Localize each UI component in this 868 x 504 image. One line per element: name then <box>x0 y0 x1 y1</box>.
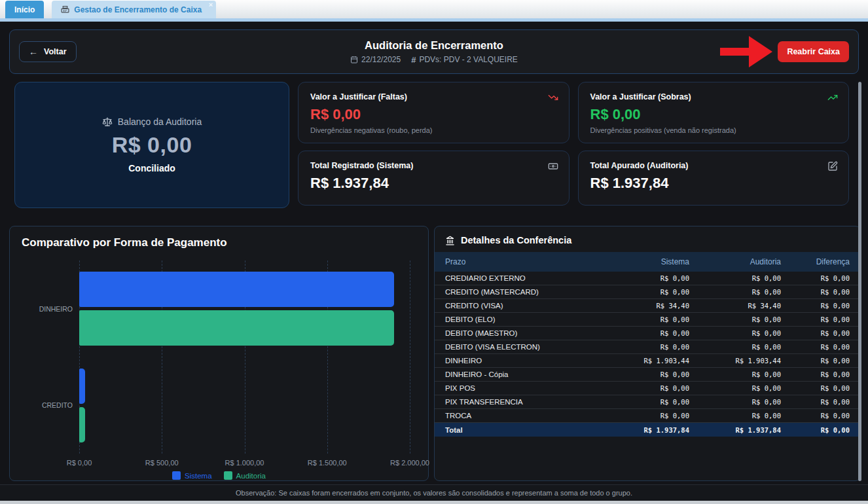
auditoria-value: R$ 0,00 <box>689 412 781 420</box>
sistema-value: R$ 0,00 <box>598 288 689 296</box>
legend-label: Auditoria <box>236 472 266 480</box>
auditoria-value: R$ 0,00 <box>689 398 781 406</box>
column-header-prazo: Prazo <box>445 257 598 266</box>
sistema-value: R$ 0,00 <box>598 398 689 406</box>
payment-method-label: PIX POS <box>445 384 598 392</box>
x-tick-label: R$ 0,00 <box>67 459 92 467</box>
card-total-sistema: Total Registrado (Sistema) R$ 1.937,84 <box>298 151 570 206</box>
browser-tab-bar: Início Gestao de Encerramento de Caixa × <box>0 0 868 22</box>
close-icon[interactable]: × <box>209 1 213 9</box>
summary-section: Balanço da Auditoria R$ 0,00 Conciliado … <box>14 82 849 208</box>
footer-note: Observação: Se caixas foram encerrados e… <box>236 489 632 497</box>
diferenca-value: R$ 0,00 <box>781 288 850 296</box>
x-tick-label: R$ 2.000,00 <box>390 459 429 467</box>
column-header-auditoria: Auditoria <box>689 257 781 266</box>
table-row: CREDITO (VISA)R$ 34,40R$ 34,40R$ 0,00 <box>435 299 860 313</box>
sistema-value: R$ 0,00 <box>598 370 689 378</box>
vertical-scrollbar[interactable] <box>858 82 861 481</box>
footer-note-bar: Observação: Se caixas foram encerrados e… <box>0 484 868 501</box>
legend-label: Sistema <box>185 472 212 480</box>
table-total-row: TotalR$ 1.937,84R$ 1.937,84R$ 0,00 <box>435 423 860 437</box>
card-subtitle: Divergências positivas (venda não regist… <box>590 126 837 134</box>
cash-register-icon <box>61 5 69 14</box>
table-header-row: Prazo Sistema Auditoria Diferença <box>435 252 860 272</box>
total-diferenca-value: R$ 0,00 <box>781 426 850 434</box>
diferenca-value: R$ 0,00 <box>781 370 850 378</box>
balance-label-row: Balanço da Auditoria <box>102 117 202 127</box>
window-bottom-edge <box>0 501 868 504</box>
balance-value: R$ 0,00 <box>112 132 192 158</box>
auditoria-value: R$ 0,00 <box>689 343 781 351</box>
payment-method-label: TROCA <box>445 412 598 420</box>
summary-card-value: R$ 1.937,84 <box>590 175 837 192</box>
table-title-row: Detalhes da Conferência <box>435 226 860 252</box>
bar-sistema <box>79 272 394 307</box>
card-title: Valor a Justificar (Sobras) <box>590 92 837 101</box>
chart-legend: SistemaAuditoria <box>10 471 428 480</box>
payment-method-label: DEBITO (VISA ELECTRON) <box>445 343 598 351</box>
sistema-value: R$ 0,00 <box>598 315 689 323</box>
x-tick-label: R$ 500,00 <box>145 459 179 467</box>
tab-inicio-label: Início <box>14 5 35 14</box>
balance-status-badge: Conciliado <box>128 163 175 173</box>
diferenca-value: R$ 0,00 <box>781 357 850 365</box>
chart-title: Comparativo por Forma de Pagamento <box>22 236 227 249</box>
card-sobras: Valor a Justificar (Sobras) R$ 0,00 Dive… <box>578 82 850 143</box>
bar-auditoria <box>79 407 85 442</box>
hash-icon: # <box>411 55 416 65</box>
pdv-info: # PDVs: PDV - 2 VALQUEIRE <box>411 55 518 65</box>
sistema-value: R$ 0,00 <box>598 343 689 351</box>
card-title: Total Registrado (Sistema) <box>310 161 557 170</box>
diferenca-value: R$ 0,00 <box>781 384 850 392</box>
auditoria-value: R$ 34,40 <box>689 302 781 310</box>
auditoria-value: R$ 1.903,44 <box>689 357 781 365</box>
x-tick-label: R$ 1.000,00 <box>225 459 264 467</box>
table-row: DEBITO (ELO)R$ 0,00R$ 0,00R$ 0,00 <box>435 313 860 327</box>
reopen-register-button[interactable]: Reabrir Caixa <box>778 41 849 62</box>
diferenca-value: R$ 0,00 <box>781 398 850 406</box>
payment-method-label: DEBITO (MAESTRO) <box>445 329 598 337</box>
clipboard-pen-icon <box>827 161 838 171</box>
banknote-icon <box>548 161 558 171</box>
tab-gestao-label: Gestao de Encerramento de Caixa <box>74 5 202 14</box>
bar-auditoria <box>79 310 394 346</box>
card-title: Valor a Justificar (Faltas) <box>310 92 557 101</box>
conference-details-panel: Detalhes da Conferência Prazo Sistema Au… <box>434 226 861 481</box>
card-faltas: Valor a Justificar (Faltas) R$ 0,00 Dive… <box>298 82 570 143</box>
summary-card-value: R$ 0,00 <box>310 106 557 123</box>
diferenca-value: R$ 0,00 <box>781 343 850 351</box>
tab-gestao-encerramento[interactable]: Gestao de Encerramento de Caixa × <box>52 1 216 18</box>
table-row: DINHEIROR$ 1.903,44R$ 1.903,44R$ 0,00 <box>435 354 860 368</box>
bar-sistema <box>79 369 85 404</box>
audit-date: 22/12/2025 <box>350 55 401 64</box>
table-row: DEBITO (VISA ELECTRON)R$ 0,00R$ 0,00R$ 0… <box>435 340 860 354</box>
payment-method-label: CREDITO (VISA) <box>445 302 598 310</box>
header-actions: Reabrir Caixa <box>720 34 849 69</box>
payment-method-label: DEBITO (ELO) <box>445 315 598 323</box>
diferenca-value: R$ 0,00 <box>781 329 850 337</box>
balance-label: Balanço da Auditoria <box>118 117 202 127</box>
card-total-auditoria: Total Apurado (Auditoria) R$ 1.937,84 <box>578 151 850 206</box>
chart-gridline <box>410 261 410 454</box>
diferenca-value: R$ 0,00 <box>781 274 850 282</box>
table-row: PIX POSR$ 0,00R$ 0,00R$ 0,00 <box>435 382 860 395</box>
bar-group-credito: CREDITO <box>79 357 410 454</box>
bar-group-dinheiro: DINHEIRO <box>79 261 410 357</box>
total-label: Total <box>445 426 598 434</box>
auditoria-value: R$ 0,00 <box>689 315 781 323</box>
trending-up-icon <box>827 92 838 103</box>
tab-inicio[interactable]: Início <box>5 1 44 18</box>
summary-card-value: R$ 1.937,84 <box>310 175 557 192</box>
auditoria-value: R$ 0,00 <box>689 288 781 296</box>
payment-comparison-chart-panel: Comparativo por Forma de Pagamento DINHE… <box>9 226 429 481</box>
legend-swatch <box>224 471 232 480</box>
sistema-value: R$ 0,00 <box>598 329 689 337</box>
x-tick-label: R$ 1.500,00 <box>308 459 347 467</box>
legend-item: Sistema <box>172 471 212 480</box>
auditoria-value: R$ 0,00 <box>689 274 781 282</box>
sistema-value: R$ 34,40 <box>598 302 689 310</box>
auditoria-value: R$ 0,00 <box>689 370 781 378</box>
category-label: DINHEIRO <box>39 305 73 313</box>
summary-card-value: R$ 0,00 <box>590 106 837 123</box>
table-row: DEBITO (MAESTRO)R$ 0,00R$ 0,00R$ 0,00 <box>435 327 860 340</box>
